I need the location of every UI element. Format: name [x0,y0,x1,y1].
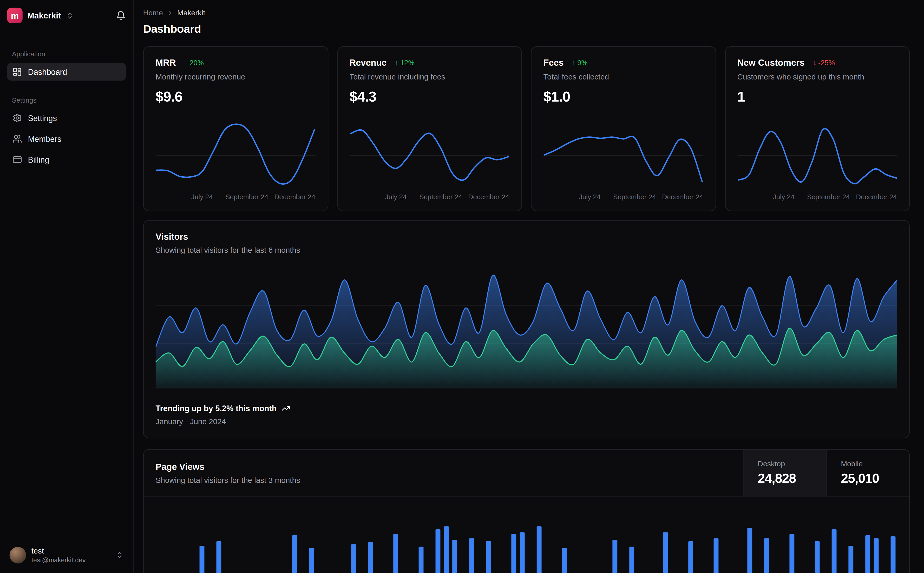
workspace-switcher[interactable]: m Makerkit [7,8,111,23]
page-views-subtitle: Showing total visitors for the last 3 mo… [156,476,731,484]
stat-card-new-customers: New Customers ↓ -25% Customers who signe… [725,46,910,211]
sidebar-item-dashboard[interactable]: Dashboard [7,63,126,81]
notifications-bell-icon[interactable] [116,10,126,20]
user-menu[interactable]: test test@makerkit.dev [7,544,126,566]
x-axis-ticks: July 24 September 24 December 24 [737,193,897,202]
user-meta: test test@makerkit.dev [31,547,86,564]
x-tick: September 24 [419,193,462,200]
arrow-up-icon: ↑ [572,58,576,67]
stat-value: $1.0 [543,88,704,105]
gear-icon [13,113,22,123]
page-views-titles: Page Views Showing total visitors for th… [144,449,743,496]
x-tick: September 24 [807,193,850,200]
page-views-bar-chart [156,506,897,573]
page-views-title: Page Views [156,462,731,472]
stat-subtitle: Customers who signed up this month [737,72,897,81]
user-email: test@makerkit.dev [31,556,86,564]
stat-label: Desktop [758,460,812,468]
breadcrumb-current: Makerkit [177,9,206,17]
credit-card-icon [13,155,22,164]
chevron-right-icon [166,9,174,17]
main-content: Home Makerkit Dashboard MRR ↑ 20% Monthl… [134,0,924,573]
trend-badge: ↓ -25% [813,58,835,67]
page-title: Dashboard [143,23,910,36]
stat-card-mrr: MRR ↑ 20% Monthly recurring revenue $9.6… [143,46,328,211]
trend-badge: ↑ 9% [572,58,588,67]
trend-value: -25% [818,58,835,67]
nav-application: Dashboard [7,63,126,81]
stat-card-revenue: Revenue ↑ 12% Total revenue including fe… [337,46,522,211]
sidebar-item-label: Dashboard [28,67,67,76]
visitors-title: Visitors [156,232,897,241]
sidebar-item-billing[interactable]: Billing [7,151,126,169]
stat-value: 25,010 [841,471,895,486]
sidebar-item-members[interactable]: Members [7,130,126,148]
new-customers-sparkline-chart [737,119,897,189]
stat-subtitle: Total fees collected [543,72,704,81]
layout-dashboard-icon [13,67,22,77]
page-views-header: Page Views Showing total visitors for th… [144,449,909,497]
x-tick: September 24 [613,193,656,200]
stat-value: $4.3 [350,88,510,105]
revenue-sparkline-chart [350,119,510,189]
x-tick: July 24 [773,193,794,200]
chevrons-up-down-icon [116,551,124,559]
toggle-desktop-stat[interactable]: Desktop 24,828 [743,449,826,496]
page-views-card: Page Views Showing total visitors for th… [143,449,910,573]
stat-label: Mobile [841,460,895,468]
stat-value: 24,828 [758,471,812,486]
visitors-date-range: January - June 2024 [156,417,897,426]
stat-cards-row: MRR ↑ 20% Monthly recurring revenue $9.6… [143,46,910,211]
stat-value: 1 [737,88,897,105]
app-window: m Makerkit Application Dashboard Setting… [0,0,924,573]
x-tick: July 24 [385,193,406,200]
section-label-application: Application [12,50,121,57]
arrow-up-icon: ↑ [395,58,398,67]
stat-title: Fees [543,58,564,68]
x-tick: September 24 [225,193,268,200]
sidebar-item-label: Members [28,134,61,143]
avatar [9,547,26,564]
stat-title: MRR [156,58,176,68]
stat-value: $9.6 [156,88,316,105]
section-label-settings: Settings [12,97,121,103]
mrr-sparkline-chart [156,119,316,189]
workspace-name: Makerkit [27,11,61,20]
nav-settings: Settings Members Billing [7,109,126,168]
visitors-footer: Trending up by 5.2% this month January -… [156,404,897,426]
visitors-trend-text: Trending up by 5.2% this month [156,404,277,413]
stat-subtitle: Total revenue including fees [350,72,510,81]
visitors-area-chart [156,270,897,388]
sidebar-item-label: Billing [28,155,49,164]
user-name: test [31,547,86,555]
visitors-subtitle: Showing total visitors for the last 6 mo… [156,246,897,254]
trend-value: 12% [400,58,414,67]
stat-card-fees: Fees ↑ 9% Total fees collected $1.0 July… [531,46,716,211]
x-axis-ticks: July 24 September 24 December 24 [350,193,510,202]
makerkit-logo: m [7,8,22,23]
users-icon [13,134,22,144]
sidebar: m Makerkit Application Dashboard Setting… [0,0,133,573]
x-axis-ticks: July 24 September 24 December 24 [543,193,704,202]
arrow-up-icon: ↑ [184,58,188,67]
chevrons-up-down-icon [66,12,74,19]
visitors-card: Visitors Showing total visitors for the … [143,220,910,438]
toggle-mobile-stat[interactable]: Mobile 25,010 [826,449,909,496]
x-tick: December 24 [274,193,315,200]
x-tick: July 24 [579,193,601,200]
breadcrumb-home-link[interactable]: Home [143,9,163,17]
trend-value: 20% [190,58,204,67]
x-tick: July 24 [191,193,213,200]
trend-badge: ↑ 12% [395,58,414,67]
x-tick: December 24 [856,193,897,200]
sidebar-item-label: Settings [28,114,56,122]
sidebar-item-settings[interactable]: Settings [7,109,126,127]
arrow-down-icon: ↓ [813,58,816,67]
x-tick: December 24 [662,193,703,200]
fees-sparkline-chart [543,119,704,189]
stat-subtitle: Monthly recurring revenue [156,72,316,81]
trending-up-icon [281,404,290,413]
breadcrumb: Home Makerkit [143,9,910,17]
x-tick: December 24 [468,193,509,200]
x-axis-ticks: July 24 September 24 December 24 [156,193,316,202]
